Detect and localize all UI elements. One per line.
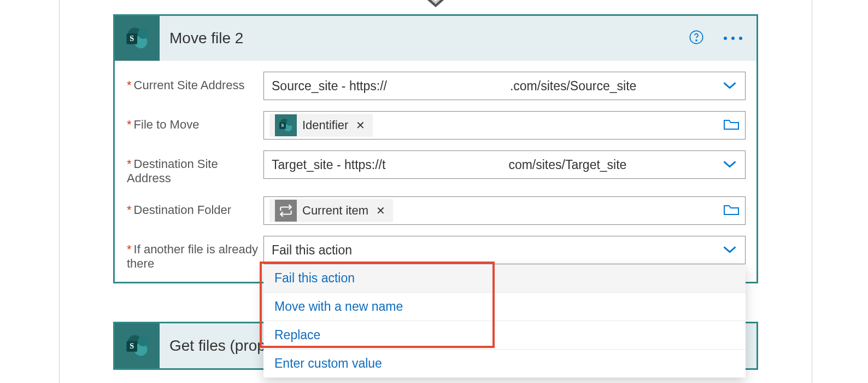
identifier-token[interactable]: S Identifier ✕ [269,114,373,137]
card-title: Move file 2 [169,30,689,47]
card-header[interactable]: S Move file 2 [115,16,756,61]
action-card-move-file: S Move file 2 *Current Site Address [113,14,758,283]
dropdown-option[interactable]: Replace [263,321,746,349]
card-title: Get files (prope [169,337,274,355]
loop-icon [275,200,297,222]
dropdown-option[interactable]: Fail this action [263,264,746,292]
dropdown-panel: Fail this action Move with a new name Re… [263,264,746,378]
svg-text:S: S [130,34,134,43]
dropdown-option[interactable]: Move with a new name [263,292,746,321]
label-file-to-move: *File to Move [127,111,263,132]
svg-point-9 [286,119,293,126]
label-dest-folder: *Destination Folder [127,196,263,217]
svg-text:S: S [281,123,284,128]
svg-text:S: S [130,341,134,350]
label-dest-site: *Destination Site Address [127,150,263,185]
chevron-down-icon [722,79,737,94]
site-address-dropdown[interactable]: Source_site - https:// .com/sites/Source… [263,72,746,100]
folder-icon[interactable] [723,203,740,218]
chevron-down-icon [722,243,737,258]
svg-point-14 [138,336,149,347]
dest-folder-field[interactable]: Current item ✕ [263,196,746,225]
label-site-address: *Current Site Address [127,72,263,92]
svg-point-2 [138,28,149,39]
sharepoint-icon: S [115,323,160,368]
chevron-down-icon [722,158,737,172]
dest-site-dropdown[interactable]: Target_site - https://t com/sites/Target… [263,150,746,179]
remove-token-icon[interactable]: ✕ [354,119,367,132]
label-already-there: *If another file is already there [127,236,263,271]
already-there-dropdown[interactable]: Fail this action [263,236,746,264]
connector-arrow [424,0,448,9]
help-icon[interactable] [689,30,704,47]
current-item-token[interactable]: Current item ✕ [269,199,393,222]
folder-icon[interactable] [723,118,740,133]
sharepoint-icon: S [275,114,297,136]
file-to-move-field[interactable]: S Identifier ✕ [263,111,746,140]
more-icon[interactable] [719,32,747,44]
svg-point-6 [696,40,697,41]
dropdown-option-custom[interactable]: Enter custom value [263,349,746,378]
sharepoint-icon: S [115,16,160,61]
remove-token-icon[interactable]: ✕ [374,204,388,217]
